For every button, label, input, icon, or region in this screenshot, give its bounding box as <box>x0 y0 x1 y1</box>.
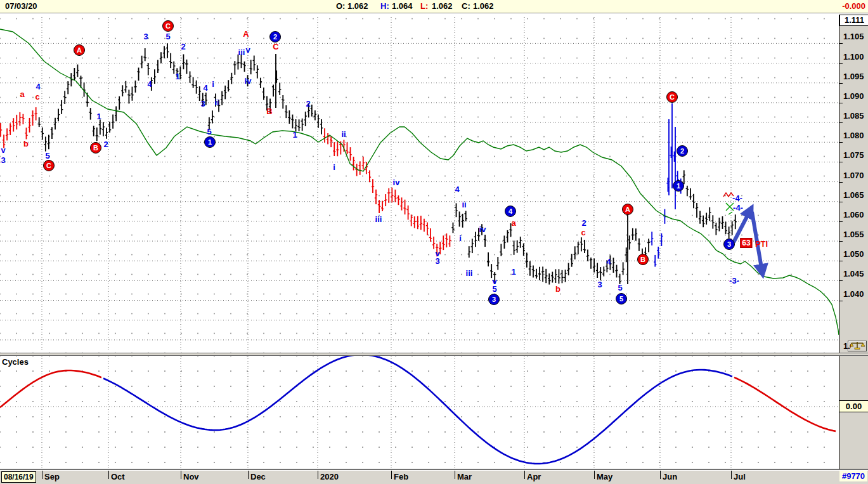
price-axis-label: 1.045 <box>843 269 864 278</box>
month-label: Jul <box>734 472 746 481</box>
price-axis-label: 1.085 <box>843 111 864 121</box>
month-label: May <box>597 472 612 481</box>
bar-number-label: #9770 <box>839 471 867 481</box>
month-tick <box>524 471 525 479</box>
open-label: O: <box>336 1 345 11</box>
price-chart-canvas <box>0 15 839 353</box>
month-label: Mar <box>457 472 472 481</box>
month-tick <box>594 471 595 479</box>
month-label: Sep <box>44 472 60 481</box>
month-label: Apr <box>527 472 541 481</box>
price-axis-label: 1.050 <box>843 249 864 259</box>
month-tick <box>181 471 181 479</box>
price-axis-label: 1.065 <box>843 190 864 200</box>
cycles-zero-label: 0.00 <box>839 400 868 412</box>
balance-scales-glyph <box>849 341 865 350</box>
price-tick <box>839 162 843 162</box>
price-tick <box>839 182 843 183</box>
advanced-get-chart-window: 07/03/20 O: 1.062 H: 1.064 L: 1.062 C: 1… <box>0 0 868 484</box>
ohlc-info-bar: 07/03/20 O: 1.062 H: 1.064 L: 1.062 C: 1… <box>0 0 868 13</box>
month-tick <box>318 471 318 479</box>
month-tick <box>42 471 42 479</box>
high-label: H: <box>380 1 389 11</box>
net-change-value: -0.000 <box>842 1 865 11</box>
time-axis[interactable]: 08/16/19 #9770 SepOctNovDec2020FebMarApr… <box>0 469 868 484</box>
cycles-panel-title: Cycles <box>2 357 29 367</box>
month-tick <box>391 471 392 479</box>
month-tick <box>731 471 732 479</box>
month-tick <box>660 471 661 479</box>
price-tick <box>839 63 843 64</box>
price-tick <box>839 301 843 301</box>
cycles-canvas <box>0 356 839 469</box>
price-tick <box>839 241 843 242</box>
price-axis-label: 1.070 <box>843 171 864 180</box>
price-tick <box>839 202 843 202</box>
price-axis-label: 1.080 <box>843 131 864 140</box>
month-label: Feb <box>394 472 408 481</box>
price-tick <box>839 280 843 281</box>
month-tick <box>248 471 249 479</box>
price-axis-label: 1.100 <box>843 52 864 62</box>
price-tick <box>839 261 843 261</box>
cycles-panel[interactable]: Cycles <box>0 356 839 469</box>
price-chart-panel[interactable] <box>0 15 839 353</box>
open-value: 1.062 <box>347 1 368 11</box>
month-label: 2020 <box>320 472 339 481</box>
price-tick <box>839 122 843 123</box>
month-tick <box>455 471 455 479</box>
cycles-axis: 0.00 <box>839 356 868 469</box>
price-tick <box>839 103 843 103</box>
price-axis-label-partial: 1.035 <box>843 341 851 351</box>
month-tick <box>108 471 109 479</box>
month-label: Nov <box>183 472 199 481</box>
price-axis-label: 1.075 <box>843 150 864 160</box>
price-axis-top-label: 1.111 <box>839 15 868 26</box>
price-axis-label: 1.040 <box>843 289 864 299</box>
close-label: C: <box>462 1 470 11</box>
price-tick <box>839 142 843 143</box>
month-label: Oct <box>111 472 125 481</box>
low-value: 1.062 <box>432 1 453 11</box>
price-tick <box>839 43 843 44</box>
month-label: Dec <box>250 472 266 481</box>
month-label: Jun <box>663 472 677 481</box>
high-value: 1.064 <box>392 1 413 11</box>
cursor-date: 07/03/20 <box>5 1 37 11</box>
price-tick <box>839 221 843 222</box>
price-axis-label: 1.105 <box>843 32 864 41</box>
price-axis[interactable]: 1.111 1.1051.1001.0951.0901.0851.0801.07… <box>839 15 868 353</box>
low-label: L: <box>420 1 428 11</box>
close-value: 1.062 <box>473 1 494 11</box>
price-axis-label: 1.090 <box>843 91 864 101</box>
price-axis-label: 1.055 <box>843 230 864 239</box>
price-axis-label: 1.095 <box>843 72 864 81</box>
price-axis-label: 1.060 <box>843 210 864 219</box>
price-tick <box>839 83 843 84</box>
chart-start-date: 08/16/19 <box>1 471 36 483</box>
